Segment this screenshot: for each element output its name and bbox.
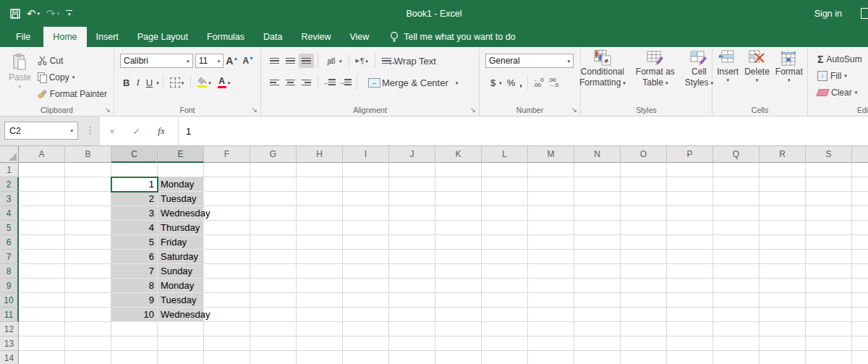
tab-insert[interactable]: Insert: [87, 27, 128, 47]
cell-E3[interactable]: Tuesday: [158, 192, 204, 206]
font-size-combo[interactable]: 11 ▾: [195, 54, 224, 68]
cell-C13[interactable]: [111, 337, 158, 351]
cell-P13[interactable]: [667, 337, 713, 351]
cell-E10[interactable]: Tuesday: [158, 293, 204, 308]
cell-A6[interactable]: [19, 235, 65, 250]
tab-home[interactable]: Home: [43, 27, 86, 47]
cell-H12[interactable]: [297, 322, 343, 337]
cell-partial-row-2[interactable]: [852, 177, 868, 192]
cell-L11[interactable]: [482, 308, 528, 322]
cell-I7[interactable]: [343, 250, 389, 264]
cell-N14[interactable]: [574, 351, 621, 364]
cell-partial-row-10[interactable]: [852, 293, 868, 308]
cell-partial-row-7[interactable]: [852, 250, 868, 264]
cell-I1[interactable]: [343, 163, 389, 177]
column-header-H[interactable]: H: [297, 146, 343, 163]
cell-I6[interactable]: [343, 235, 389, 250]
cell-A2[interactable]: [19, 177, 65, 192]
cell-N12[interactable]: [574, 322, 621, 337]
cell-F4[interactable]: [204, 206, 250, 221]
cell-N6[interactable]: [574, 235, 621, 250]
font-dialog-launcher[interactable]: ↘: [252, 106, 258, 114]
cell-Q4[interactable]: [713, 206, 760, 221]
sign-in-button[interactable]: Sign in: [814, 0, 842, 27]
cell-R2[interactable]: [760, 177, 806, 192]
cell-J7[interactable]: [389, 250, 435, 264]
cell-N1[interactable]: [574, 163, 621, 177]
cell-M3[interactable]: [528, 192, 574, 206]
cell-I2[interactable]: [343, 177, 389, 192]
cell-K8[interactable]: [435, 264, 482, 279]
cell-K11[interactable]: [435, 308, 482, 322]
cell-I13[interactable]: [343, 337, 389, 351]
cell-C7[interactable]: 6: [111, 250, 158, 264]
cell-H4[interactable]: [297, 206, 343, 221]
cell-O8[interactable]: [621, 264, 667, 279]
cell-F10[interactable]: [204, 293, 250, 308]
cell-N11[interactable]: [574, 308, 621, 322]
alignment-dialog-launcher[interactable]: ↘: [470, 106, 476, 114]
cell-L6[interactable]: [482, 235, 528, 250]
cell-K5[interactable]: [435, 221, 482, 235]
cell-O3[interactable]: [621, 192, 667, 206]
cell-R1[interactable]: [760, 163, 806, 177]
tab-page-layout[interactable]: Page Layout: [128, 27, 197, 47]
cell-H7[interactable]: [297, 250, 343, 264]
row-header-14[interactable]: 14: [0, 351, 19, 364]
cell-G13[interactable]: [250, 337, 297, 351]
cell-O12[interactable]: [621, 322, 667, 337]
cell-Q1[interactable]: [713, 163, 760, 177]
cell-K6[interactable]: [435, 235, 482, 250]
cell-S5[interactable]: [806, 221, 852, 235]
text-direction-button[interactable]: ▶¶▾: [353, 57, 371, 65]
underline-button[interactable]: U: [143, 77, 156, 88]
select-all-corner[interactable]: [0, 146, 19, 163]
cut-button[interactable]: Cut: [35, 53, 109, 68]
cell-O6[interactable]: [621, 235, 667, 250]
cell-N13[interactable]: [574, 337, 621, 351]
cell-Q5[interactable]: [713, 221, 760, 235]
cell-P3[interactable]: [667, 192, 713, 206]
cell-O4[interactable]: [621, 206, 667, 221]
fill-button[interactable]: ↓ Fill ▾: [815, 68, 868, 83]
insert-cells-button[interactable]: Insert ▾: [714, 47, 741, 82]
cell-partial-row-11[interactable]: [852, 308, 868, 322]
cell-A4[interactable]: [19, 206, 65, 221]
italic-button[interactable]: I: [133, 77, 142, 88]
increase-font-size-button[interactable]: A▲: [224, 55, 240, 67]
cell-partial-row-12[interactable]: [852, 322, 868, 337]
cell-E5[interactable]: Thursday: [158, 221, 204, 235]
cell-F3[interactable]: [204, 192, 250, 206]
cell-E14[interactable]: [158, 351, 204, 364]
cell-L14[interactable]: [482, 351, 528, 364]
cell-J14[interactable]: [389, 351, 435, 364]
fill-color-button[interactable]: ▾: [195, 77, 214, 88]
cell-J4[interactable]: [389, 206, 435, 221]
cell-M5[interactable]: [528, 221, 574, 235]
cell-M14[interactable]: [528, 351, 574, 364]
cell-F11[interactable]: [204, 308, 250, 322]
cell-K14[interactable]: [435, 351, 482, 364]
row-header-5[interactable]: 5: [0, 221, 19, 235]
cell-Q10[interactable]: [713, 293, 760, 308]
column-header-K[interactable]: K: [435, 146, 482, 163]
cell-M7[interactable]: [528, 250, 574, 264]
cell-Q13[interactable]: [713, 337, 760, 351]
cell-F9[interactable]: [204, 279, 250, 293]
cell-B11[interactable]: [65, 308, 111, 322]
cell-S7[interactable]: [806, 250, 852, 264]
cell-K9[interactable]: [435, 279, 482, 293]
cell-J11[interactable]: [389, 308, 435, 322]
row-header-1[interactable]: 1: [0, 163, 19, 177]
cell-O9[interactable]: [621, 279, 667, 293]
cell-A3[interactable]: [19, 192, 65, 206]
cell-P14[interactable]: [667, 351, 713, 364]
cell-R5[interactable]: [760, 221, 806, 235]
cell-C9[interactable]: 8: [111, 279, 158, 293]
cell-partial-row-14[interactable]: [852, 351, 868, 364]
align-center-button[interactable]: [283, 75, 298, 90]
column-header-I[interactable]: I: [343, 146, 389, 163]
cell-H8[interactable]: [297, 264, 343, 279]
row-header-9[interactable]: 9: [0, 279, 19, 293]
cell-A1[interactable]: [19, 163, 65, 177]
